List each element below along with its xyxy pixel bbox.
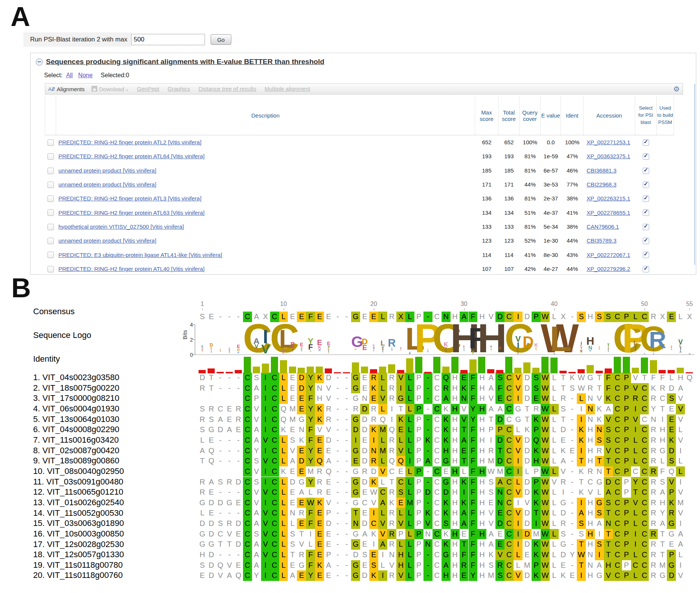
toolbar-link-distance-tree-of-results[interactable]: Distance tree of results [199, 86, 256, 92]
description-link[interactable]: PREDICTED: RING-H2 finger protein ATL3 [… [58, 195, 202, 202]
row-checkbox[interactable] [47, 209, 54, 216]
header-total-score[interactable]: Total score [498, 96, 520, 135]
sequence-name[interactable]: 7. VIT_11s0016g03420 [33, 435, 124, 445]
accession-link[interactable]: XP_002263215.1 [587, 195, 630, 202]
sequence-name[interactable]: 4. VIT_06s0004g01930 [33, 403, 124, 414]
psi-checkbox[interactable]: ✓ [643, 238, 649, 244]
description-link[interactable]: PREDICTED: RING-H2 finger protein ATL2 [… [58, 139, 202, 145]
sequence-name[interactable]: 8. VIT_02s0087g00420 [33, 445, 124, 456]
sequence-name[interactable]: 12. VIT_11s0065g01210 [33, 487, 124, 497]
header-max-score[interactable]: Max score [475, 96, 498, 135]
residue-cell: K [577, 425, 586, 435]
residue-cell: E [297, 498, 306, 508]
row-checkbox[interactable] [47, 182, 54, 188]
residue-cell: R [586, 383, 595, 394]
psi-checkbox[interactable]: ✓ [643, 196, 649, 202]
psi-checkbox[interactable]: ✓ [643, 252, 649, 258]
accession-link[interactable]: XP_003632375.1 [587, 153, 630, 159]
residue-cell: D [360, 404, 369, 414]
alignments-tab[interactable]: A⇵ Alignments [48, 86, 85, 92]
sequence-name[interactable]: 16. VIT_10s0003g00850 [33, 529, 124, 539]
sequence-name[interactable]: 14. VIT_11s0052g00530 [33, 508, 124, 518]
description-link[interactable]: PREDICTED: RING-H2 finger protein ATL63 … [58, 209, 205, 216]
row-checkbox[interactable] [47, 139, 54, 146]
sequence-name[interactable]: 5. VIT_13s0064g01030 [33, 414, 124, 425]
sequence-name[interactable]: 3. VIT_17s0000g08210 [33, 393, 124, 403]
row-checkbox[interactable] [47, 252, 54, 258]
accession-link[interactable]: CAN79606.1 [587, 223, 619, 230]
header-query-cover[interactable]: Query cover [520, 96, 541, 135]
psi-checkbox[interactable]: ✓ [643, 182, 649, 188]
row-checkbox[interactable] [47, 238, 54, 244]
accession-link[interactable]: CBI36881.3 [587, 167, 616, 174]
residue-cell: L [405, 466, 414, 477]
accession-link[interactable]: XP_002279296.2 [587, 266, 630, 272]
residue-cell: L [378, 508, 387, 518]
accession-link[interactable]: XP_002278655.1 [587, 209, 630, 216]
scrollbar[interactable] [694, 84, 695, 265]
sequence-name[interactable]: 20. VIT_11s0118g00760 [33, 570, 124, 581]
sequence-name[interactable]: 1. VIT_04s0023g03580 [33, 372, 124, 383]
ruler-number: 10 [280, 301, 287, 307]
psi-checkbox[interactable]: ✓ [643, 209, 649, 216]
psi-checkbox[interactable]: ✓ [643, 139, 649, 146]
collapse-icon[interactable] [36, 58, 43, 66]
logo-letter: P [414, 322, 423, 355]
row-checkbox[interactable] [47, 224, 54, 230]
toolbar-link-multiple-alignment[interactable]: Multiple alignment [264, 86, 310, 92]
description-link[interactable]: PREDICTED: E3 ubiquitin-protein ligase A… [58, 252, 222, 258]
residue-cell: H [477, 383, 486, 394]
description-link[interactable]: unnamed protein product [Vitis vinifera] [58, 237, 156, 244]
toolbar-link-graphics[interactable]: Graphics [168, 86, 190, 92]
residue-cell: C [613, 560, 622, 571]
description-link[interactable]: unnamed protein product [Vitis vinifera] [58, 167, 156, 174]
residue-cell: L [279, 487, 288, 498]
psi-checkbox[interactable]: ✓ [643, 224, 649, 230]
residue-cell: H [586, 518, 595, 529]
header-evalue[interactable]: E value [541, 96, 561, 135]
accession-link[interactable]: CBI35789.3 [587, 237, 616, 244]
residue-cell: D [442, 487, 451, 498]
select-none-link[interactable]: None [78, 72, 93, 78]
max-sequences-input[interactable] [131, 34, 205, 45]
sequence-name[interactable]: 10. VIT_08s0040g02950 [33, 466, 124, 477]
residue-cell: D [369, 466, 378, 477]
description-link[interactable]: unnamed protein product [Vitis vinifera] [58, 181, 156, 188]
sequence-name[interactable]: 6. VIT_04s0008g02290 [33, 424, 124, 435]
sequence-name[interactable]: 18. VIT_12s0057g01330 [33, 549, 124, 560]
identity-bar [523, 362, 530, 373]
row-checkbox[interactable] [47, 153, 54, 160]
psi-checkbox[interactable]: ✓ [643, 266, 649, 272]
accession-link[interactable]: CBI22968.3 [587, 181, 616, 188]
sequence-name[interactable]: 2. VIT_18s0075g00220 [33, 383, 124, 393]
row-checkbox[interactable] [47, 266, 54, 272]
description-link[interactable]: hypothetical protein VITISV_027500 [Viti… [58, 223, 184, 230]
header-ident[interactable]: Ident [561, 96, 584, 135]
residue-cell: E [442, 466, 451, 477]
sequence-name[interactable]: 17. VIT_12s0028g02530 [33, 539, 124, 550]
sequence-name[interactable]: 13. VIT_01s0026g02540 [33, 497, 124, 508]
ruler-tick [689, 308, 690, 310]
residue-cell: D [423, 487, 433, 498]
accession-link[interactable]: XP_002271253.1 [587, 139, 630, 145]
residue-cell: S [568, 383, 577, 394]
sequence-name[interactable]: 11. VIT_03s0091g00480 [33, 477, 124, 487]
toolbar-link-genpept[interactable]: GenPept [137, 86, 159, 92]
psi-checkbox[interactable]: ✓ [643, 153, 649, 160]
residue-cell: H [658, 425, 667, 435]
download-menu[interactable]: Download∨ [92, 86, 129, 92]
sequence-name[interactable]: 15. VIT_03s0063g01890 [33, 518, 124, 529]
row-checkbox[interactable] [47, 196, 54, 202]
select-all-link[interactable]: All [66, 72, 73, 78]
go-button[interactable]: Go [211, 34, 231, 45]
accession-link[interactable]: XP_002272067.1 [587, 252, 630, 258]
psi-checkbox[interactable]: ✓ [643, 168, 649, 174]
sequence-name[interactable]: 19. VIT_11s0118g00780 [33, 560, 124, 570]
gear-icon[interactable]: ⚙ [673, 86, 680, 93]
description-link[interactable]: PREDICTED: RING-H2 finger protein ATL64 … [58, 153, 205, 159]
header-accession[interactable]: Accession [584, 96, 635, 135]
row-checkbox[interactable] [47, 168, 54, 174]
residue-cell: G [198, 498, 207, 508]
sequence-name[interactable]: 9. VIT_18s0089g00860 [33, 455, 124, 466]
description-link[interactable]: PREDICTED: RING-H2 finger protein ATL40 … [58, 266, 205, 272]
